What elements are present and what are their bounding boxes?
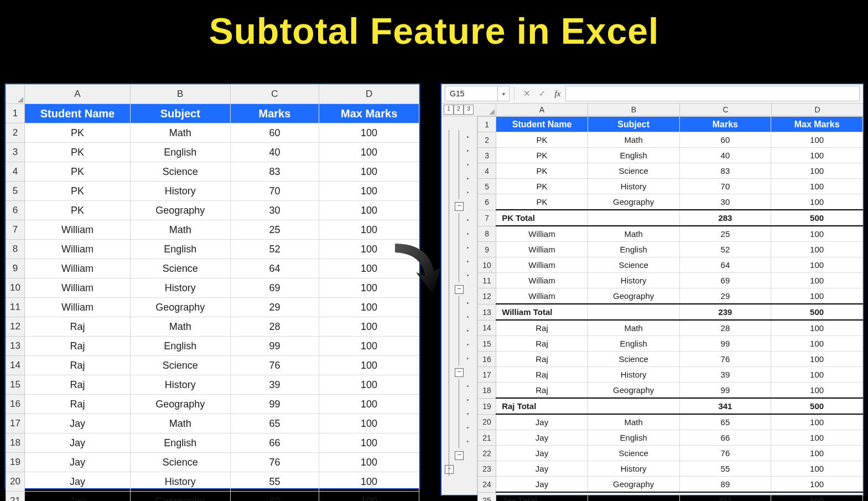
left-grid[interactable]: A B C D 1 Student Name Subject Marks Max…: [6, 84, 419, 501]
row-header[interactable]: 3: [478, 148, 496, 163]
row-header[interactable]: 16: [478, 352, 496, 367]
row-header[interactable]: 3: [6, 143, 25, 162]
cell[interactable]: 40: [679, 148, 771, 163]
row-header[interactable]: 20: [6, 472, 25, 492]
cell[interactable]: Math: [588, 226, 679, 242]
cell[interactable]: 64: [230, 259, 319, 278]
header-cell[interactable]: Student Name: [25, 104, 131, 123]
cell[interactable]: 100: [771, 477, 863, 493]
cell[interactable]: 100: [771, 383, 863, 399]
row-header[interactable]: 10: [6, 278, 25, 298]
select-all-corner[interactable]: [6, 85, 25, 104]
row-header[interactable]: 12: [478, 288, 496, 304]
cell[interactable]: History: [130, 278, 230, 298]
row-header[interactable]: 1: [6, 104, 25, 123]
cell[interactable]: 100: [771, 273, 863, 288]
row-header[interactable]: 10: [478, 257, 496, 273]
cell[interactable]: Jay: [496, 414, 588, 430]
cell[interactable]: Geography: [588, 383, 679, 399]
col-header-c[interactable]: C: [230, 85, 319, 104]
cell[interactable]: 83: [679, 163, 771, 179]
outline-collapse-icon[interactable]: −: [455, 285, 464, 294]
cell[interactable]: 100: [771, 242, 863, 257]
cell[interactable]: 28: [679, 320, 771, 336]
cell[interactable]: 100: [319, 123, 419, 143]
cancel-icon[interactable]: ✕: [520, 87, 533, 100]
cell[interactable]: 100: [771, 367, 863, 383]
row-header[interactable]: 14: [6, 356, 25, 375]
cell[interactable]: Raj: [496, 367, 588, 383]
cell[interactable]: Geography: [130, 395, 230, 414]
cell[interactable]: 25: [679, 226, 771, 242]
cell[interactable]: 65: [679, 414, 771, 430]
cell[interactable]: 100: [771, 148, 863, 163]
row-header[interactable]: 6: [478, 194, 496, 210]
cell[interactable]: Raj: [25, 337, 131, 356]
cell[interactable]: History: [588, 461, 679, 477]
cell[interactable]: 89: [230, 492, 319, 502]
cell[interactable]: William: [25, 240, 131, 259]
row-header[interactable]: 4: [6, 162, 25, 182]
cell[interactable]: William: [25, 259, 131, 278]
cell[interactable]: 100: [319, 298, 419, 317]
cell[interactable]: 100: [771, 163, 863, 179]
cell[interactable]: Math: [130, 220, 230, 240]
cell[interactable]: 500: [771, 304, 863, 320]
cell[interactable]: 239: [679, 304, 771, 320]
cell[interactable]: 100: [319, 453, 419, 472]
cell[interactable]: 500: [771, 210, 863, 226]
outline-collapse-icon[interactable]: −: [445, 465, 454, 474]
col-header-a[interactable]: A: [25, 85, 131, 104]
formula-bar[interactable]: [565, 86, 860, 101]
header-cell[interactable]: Marks: [679, 117, 771, 132]
cell[interactable]: 100: [319, 414, 419, 433]
cell[interactable]: Science: [130, 162, 230, 182]
cell[interactable]: Math: [130, 123, 230, 143]
cell[interactable]: 100: [319, 240, 419, 259]
cell[interactable]: 39: [230, 375, 319, 395]
cell[interactable]: 100: [319, 278, 419, 298]
row-header[interactable]: 17: [478, 367, 496, 383]
header-cell[interactable]: Max Marks: [319, 104, 419, 123]
header-cell[interactable]: Subject: [588, 117, 679, 132]
cell[interactable]: Geography: [130, 492, 230, 502]
cell[interactable]: 100: [771, 320, 863, 336]
cell[interactable]: 25: [230, 220, 319, 240]
cell[interactable]: PK: [25, 123, 131, 143]
cell[interactable]: 55: [679, 461, 771, 477]
cell[interactable]: 76: [230, 453, 319, 472]
cell[interactable]: [588, 398, 679, 414]
cell[interactable]: Raj: [25, 356, 131, 375]
row-header[interactable]: 13: [478, 304, 496, 320]
cell[interactable]: 100: [319, 395, 419, 414]
row-header[interactable]: 15: [478, 336, 496, 352]
row-header[interactable]: 21: [6, 492, 25, 502]
header-cell[interactable]: Subject: [130, 104, 230, 123]
cell[interactable]: Geography: [588, 194, 679, 210]
cell[interactable]: 100: [771, 132, 863, 148]
cell[interactable]: PK: [496, 163, 588, 179]
cell[interactable]: 100: [771, 194, 863, 210]
cell[interactable]: Jay: [25, 453, 131, 472]
cell[interactable]: English: [130, 240, 230, 259]
cell[interactable]: Science: [588, 446, 679, 461]
cell[interactable]: History: [588, 273, 679, 288]
cell[interactable]: Jay: [25, 433, 131, 453]
cell[interactable]: 60: [679, 132, 771, 148]
row-header[interactable]: 15: [6, 375, 25, 395]
row-header[interactable]: 24: [478, 477, 496, 493]
cell[interactable]: 69: [679, 273, 771, 288]
row-header[interactable]: 1: [478, 117, 496, 132]
row-header[interactable]: 7: [478, 210, 496, 226]
cell[interactable]: William: [25, 298, 131, 317]
outline-level-1[interactable]: 1: [444, 105, 454, 115]
cell[interactable]: Raj: [496, 336, 588, 352]
cell[interactable]: Raj Total: [496, 398, 588, 414]
cell[interactable]: 100: [319, 356, 419, 375]
col-header-d[interactable]: D: [319, 85, 419, 104]
cell[interactable]: 100: [771, 461, 863, 477]
name-box-dropdown[interactable]: ▾: [498, 86, 510, 101]
cell[interactable]: 76: [679, 446, 771, 461]
cell[interactable]: Jay: [496, 461, 588, 477]
cell[interactable]: 83: [230, 162, 319, 182]
